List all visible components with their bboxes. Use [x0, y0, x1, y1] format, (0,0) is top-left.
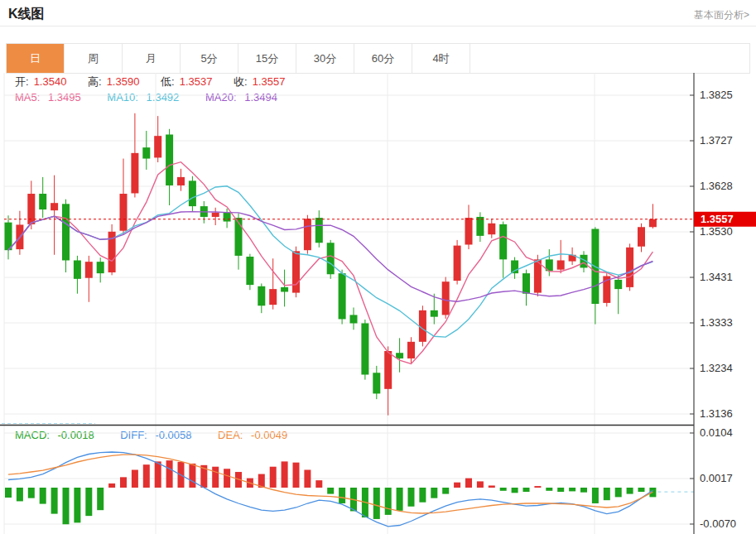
candle-body — [511, 260, 518, 273]
macd-bar — [397, 488, 403, 511]
macd-bar — [627, 488, 633, 494]
candle-body — [419, 310, 426, 342]
candle — [638, 224, 645, 253]
candle — [511, 257, 518, 279]
tab-period-7[interactable]: 4时 — [412, 44, 470, 73]
macd-bar — [604, 488, 610, 500]
candle — [85, 256, 93, 302]
candle — [224, 209, 231, 228]
macd-bar — [166, 460, 173, 488]
candle — [246, 254, 253, 291]
price-axis-label: 1.3727 — [700, 134, 733, 147]
tab-period-3[interactable]: 5分 — [181, 44, 238, 73]
candle-body — [454, 246, 461, 281]
macd-bar — [339, 488, 345, 503]
candle — [327, 240, 335, 279]
candle — [177, 169, 185, 191]
macd-axis-label: 0.0104 — [700, 426, 733, 439]
candle — [465, 204, 473, 249]
candle-body — [51, 203, 58, 210]
candle — [384, 346, 392, 415]
price-axis-label: 1.3628 — [700, 180, 733, 192]
macd-bar — [270, 467, 277, 488]
macd-bar — [155, 461, 161, 488]
candle-body — [315, 218, 323, 243]
candle — [350, 307, 358, 330]
kline-page: K线图 基本面分析> 日周月5分15分30分60分4时 开:1.3540 高:1… — [0, 0, 756, 534]
candle — [373, 366, 380, 399]
macd-bar — [97, 488, 104, 510]
candle-body — [522, 273, 530, 294]
candle-body — [442, 281, 450, 315]
page-title: K线图 — [8, 6, 45, 23]
candle — [499, 222, 507, 278]
candle — [74, 256, 81, 294]
candle — [407, 337, 415, 363]
candle-body — [361, 323, 368, 374]
page-header: K线图 基本面分析> — [0, 0, 756, 26]
candle — [419, 305, 426, 346]
macd-bar — [5, 488, 12, 498]
macd-bar — [569, 488, 575, 491]
candle-body — [74, 260, 81, 278]
tab-period-4[interactable]: 15分 — [238, 44, 296, 73]
candle-body — [154, 136, 161, 157]
tab-period-5[interactable]: 30分 — [296, 44, 354, 73]
candle — [189, 176, 196, 211]
candle-body — [339, 273, 346, 319]
macd-bar — [373, 488, 380, 519]
macd-bar — [385, 488, 392, 515]
macd-bar — [512, 488, 518, 493]
candle-body — [488, 224, 495, 234]
candle — [603, 273, 610, 306]
macd-bar — [304, 470, 311, 488]
candle-body — [131, 153, 138, 194]
candle-body — [396, 353, 403, 358]
candle-body — [614, 280, 622, 289]
badge-price-text: 1.3557 — [701, 213, 734, 225]
candle-body — [269, 289, 277, 305]
tab-period-0[interactable]: 日 — [7, 44, 65, 73]
tab-period-2[interactable]: 月 — [123, 44, 181, 73]
tab-period-1[interactable]: 周 — [65, 44, 123, 73]
candle — [5, 215, 12, 259]
macd-bar — [74, 488, 80, 522]
candle-body — [407, 342, 415, 358]
macd-axis-label: -0.0070 — [700, 517, 736, 530]
macd-bar — [546, 488, 552, 491]
macd-bar — [419, 488, 426, 503]
candle — [16, 211, 23, 255]
macd-histogram — [5, 460, 656, 524]
candle-body — [62, 204, 70, 260]
candle-body — [142, 147, 150, 158]
macd-bar — [212, 467, 219, 488]
candle — [212, 208, 219, 225]
fundamental-analysis-link[interactable]: 基本面分析> — [694, 8, 749, 22]
macd-bar — [28, 488, 35, 498]
candle-body — [27, 194, 35, 224]
macd-bar — [120, 477, 127, 488]
tab-period-6[interactable]: 60分 — [354, 44, 412, 73]
period-tabbar: 日周月5分15分30分60分4时 — [6, 43, 750, 74]
macd-bar — [557, 488, 564, 492]
candle-body — [224, 213, 231, 222]
macd-bar — [615, 488, 622, 497]
candle — [39, 177, 46, 218]
macd-bar — [580, 488, 587, 493]
candle — [339, 270, 346, 325]
candle — [557, 240, 565, 273]
candle-body — [189, 180, 196, 206]
candle-body — [177, 177, 185, 185]
macd-bar — [51, 488, 58, 514]
macd-bar — [224, 469, 230, 488]
candle — [269, 258, 277, 309]
macd-bar — [17, 488, 23, 501]
candle-body — [638, 227, 645, 246]
macd-axis-label: 0.0017 — [700, 472, 733, 484]
candle-body — [212, 213, 219, 217]
macd-bar — [315, 480, 322, 488]
price-axis-label: 1.3333 — [700, 316, 733, 329]
macd-bar — [132, 470, 138, 488]
macd-bar — [293, 463, 300, 488]
macd-bar — [63, 488, 70, 524]
